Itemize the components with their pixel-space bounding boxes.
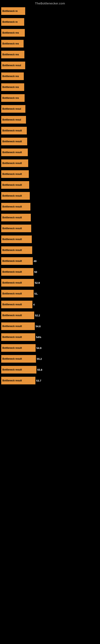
bar: Bottleneck res bbox=[1, 29, 25, 37]
list-item: Bottleneck result52.2 bbox=[0, 310, 100, 320]
bar-value: 55.2 bbox=[37, 358, 42, 360]
list-item: Bottleneck res bbox=[0, 28, 100, 38]
bar-container: Bottleneck result bbox=[1, 181, 29, 189]
list-item: Bottleneck result bbox=[0, 180, 100, 190]
bar-value: 54.6 bbox=[36, 325, 41, 328]
list-item: Bottleneck result bbox=[0, 212, 100, 223]
bar: Bottleneck res bbox=[1, 72, 24, 80]
bar-container: Bottleneck res bbox=[1, 29, 25, 37]
bar-container: Bottleneck result53.7 bbox=[1, 377, 41, 384]
list-item: Bottleneck res bbox=[0, 38, 100, 49]
bar: Bottleneck result bbox=[1, 138, 27, 145]
bar-value: 54% bbox=[36, 336, 41, 339]
bar-container: Bottleneck result bbox=[1, 224, 31, 232]
bar-container: Bottleneck res bbox=[1, 40, 24, 48]
bar: Bottleneck resul bbox=[1, 116, 26, 124]
list-item: Bottleneck re bbox=[0, 6, 100, 16]
list-item: Bottleneck result50 bbox=[0, 267, 100, 277]
bar-value: 50 bbox=[34, 270, 37, 274]
bar-value: 51. bbox=[34, 292, 38, 295]
bar-value: 55.8 bbox=[37, 368, 42, 371]
bar: Bottleneck result bbox=[1, 257, 33, 265]
bar-container: Bottleneck result54% bbox=[1, 333, 41, 341]
bar-container: Bottleneck res bbox=[1, 72, 24, 80]
list-item: Bottleneck res bbox=[0, 71, 100, 82]
bar: Bottleneck res bbox=[1, 51, 24, 58]
list-item: Bottleneck result4 bbox=[0, 299, 100, 310]
bar-container: Bottleneck result54.6 bbox=[1, 322, 41, 330]
bar-container: Bottleneck result54.9 bbox=[1, 344, 41, 352]
list-item: Bottleneck result bbox=[0, 190, 100, 201]
bar: Bottleneck re bbox=[1, 18, 24, 26]
bar: Bottleneck result bbox=[1, 333, 35, 341]
bar-container: Bottleneck result bbox=[1, 160, 28, 167]
bar-container: Bottleneck res bbox=[1, 51, 24, 58]
bar-container: Bottleneck result51. bbox=[1, 290, 38, 298]
bar-container: Bottleneck result bbox=[1, 214, 31, 222]
bar: Bottleneck result bbox=[1, 322, 35, 330]
bar-container: Bottleneck re bbox=[1, 18, 24, 26]
bar-value: 54.9 bbox=[36, 346, 41, 350]
list-item: Bottleneck res bbox=[0, 49, 100, 60]
bar-container: Bottleneck res bbox=[1, 83, 24, 91]
bar: Bottleneck result bbox=[1, 344, 36, 352]
bar: Bottleneck result bbox=[1, 192, 30, 200]
bar-container: Bottleneck result bbox=[1, 148, 28, 156]
list-item: Bottleneck result bbox=[0, 202, 100, 212]
list-item: Bottleneck result bbox=[0, 136, 100, 147]
bar: Bottleneck result bbox=[1, 181, 29, 189]
bar-container: Bottleneck resul bbox=[1, 105, 25, 113]
list-item: Bottleneck resul bbox=[0, 104, 100, 114]
bar-value: 52.2 bbox=[35, 314, 40, 317]
list-item: Bottleneck result52.9 bbox=[0, 278, 100, 288]
list-item: Bottleneck resul bbox=[0, 114, 100, 125]
list-item: Bottleneck res bbox=[0, 82, 100, 92]
list-item: Bottleneck re bbox=[0, 17, 100, 27]
list-item: Bottleneck result49 bbox=[0, 256, 100, 266]
bar: Bottleneck result bbox=[1, 377, 35, 384]
bar-container: Bottleneck result bbox=[1, 138, 27, 145]
bar-value: 52.9 bbox=[35, 281, 40, 284]
bar-container: Bottleneck resul bbox=[1, 116, 26, 124]
bar: Bottleneck re bbox=[1, 7, 25, 15]
bar-container: Bottleneck result bbox=[1, 203, 30, 210]
bar: Bottleneck result bbox=[1, 214, 31, 222]
header: TheBottlenecker.com bbox=[0, 0, 100, 6]
bar: Bottleneck result bbox=[1, 366, 36, 374]
bar-value: 4 bbox=[33, 303, 35, 306]
bar: Bottleneck result bbox=[1, 160, 28, 167]
bar: Bottleneck result bbox=[1, 127, 27, 134]
list-item: Bottleneck result55.8 bbox=[0, 364, 100, 375]
bar: Bottleneck result bbox=[1, 170, 29, 178]
list-item: Bottleneck result bbox=[0, 223, 100, 234]
bar-container: Bottleneck resul bbox=[1, 62, 25, 69]
list-item: Bottleneck result bbox=[0, 234, 100, 244]
bar: Bottleneck result bbox=[1, 148, 28, 156]
list-item: Bottleneck result bbox=[0, 158, 100, 168]
list-item: Bottleneck result bbox=[0, 147, 100, 158]
bar: Bottleneck result bbox=[1, 268, 33, 276]
bar: Bottleneck resul bbox=[1, 62, 25, 69]
bar-value: 53.7 bbox=[36, 379, 41, 382]
bar: Bottleneck res bbox=[1, 83, 24, 91]
bar: Bottleneck res bbox=[1, 40, 24, 48]
bar-container: Bottleneck result bbox=[1, 246, 32, 254]
bar-container: Bottleneck result50 bbox=[1, 268, 37, 276]
bar: Bottleneck res bbox=[1, 94, 25, 102]
bar: Bottleneck result bbox=[1, 203, 30, 210]
bar-container: Bottleneck result55.8 bbox=[1, 366, 42, 374]
bar: Bottleneck result bbox=[1, 301, 32, 308]
bar-container: Bottleneck result bbox=[1, 236, 32, 243]
bar-container: Bottleneck result49 bbox=[1, 257, 36, 265]
list-item: Bottleneck res bbox=[0, 93, 100, 103]
bar-container: Bottleneck result52.9 bbox=[1, 279, 40, 286]
bar-value: 49 bbox=[34, 260, 36, 263]
site-title: TheBottlenecker.com bbox=[0, 0, 100, 6]
bar-container: Bottleneck re bbox=[1, 7, 25, 15]
list-item: Bottleneck result bbox=[0, 126, 100, 136]
bar: Bottleneck result bbox=[1, 290, 34, 298]
bar-container: Bottleneck result55.2 bbox=[1, 355, 42, 363]
list-item: Bottleneck result54% bbox=[0, 332, 100, 342]
bar-container: Bottleneck result4 bbox=[1, 301, 35, 308]
list-item: Bottleneck result51. bbox=[0, 288, 100, 299]
